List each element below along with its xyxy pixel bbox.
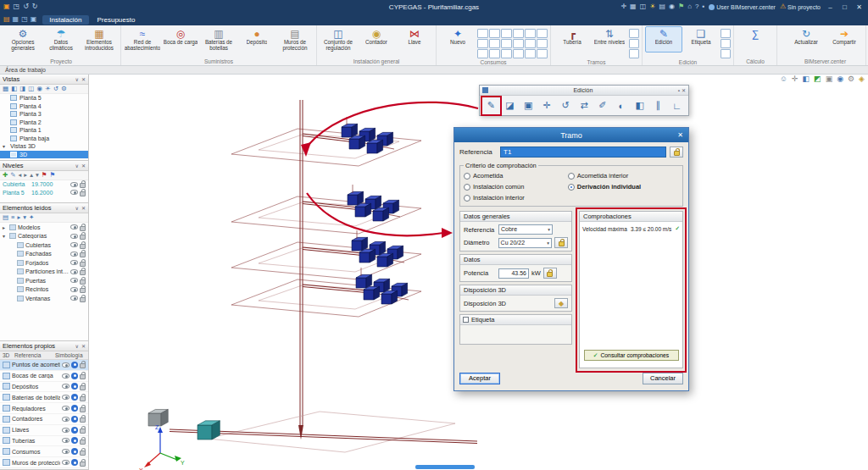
home-icon[interactable]: ⌂ bbox=[687, 3, 692, 10]
tree-item[interactable]: Fachadas bbox=[0, 250, 88, 259]
table-row[interactable]: Puntos de acometida bbox=[0, 360, 88, 371]
close-icon[interactable]: ✕ bbox=[682, 87, 686, 93]
element-3d-icon[interactable] bbox=[3, 383, 10, 390]
ribbon-button[interactable]: ↻Actualizar bbox=[787, 26, 825, 53]
section-icon[interactable]: ◨ bbox=[19, 86, 25, 92]
flag-blue-icon[interactable]: ⚑ bbox=[49, 172, 55, 179]
consumo-type-icon[interactable] bbox=[489, 29, 500, 38]
settings-icon[interactable] bbox=[71, 383, 78, 390]
view-item[interactable]: Planta 2 bbox=[0, 119, 88, 127]
measure-icon[interactable]: ✛ bbox=[792, 75, 798, 83]
visibility-icon[interactable] bbox=[70, 234, 78, 239]
small-tool-icon[interactable] bbox=[629, 49, 639, 58]
settings-icon[interactable] bbox=[71, 362, 78, 368]
rotate-icon[interactable]: ↺ bbox=[53, 86, 58, 92]
lock-icon[interactable] bbox=[80, 374, 86, 379]
visibility-icon[interactable] bbox=[62, 395, 70, 400]
diametro-select[interactable]: Cu 20/22 ▾ bbox=[498, 238, 552, 248]
green-layer-icon[interactable]: ◩ bbox=[814, 75, 821, 83]
view-item-3d[interactable]: 3D bbox=[0, 151, 88, 159]
view-item[interactable]: Planta baja bbox=[0, 135, 88, 143]
settings-icon[interactable] bbox=[71, 394, 78, 401]
workspace-tab[interactable]: Área de trabajo bbox=[0, 66, 868, 75]
element-3d-icon[interactable] bbox=[3, 405, 10, 412]
lock-icon[interactable] bbox=[80, 451, 86, 456]
lock-icon[interactable] bbox=[80, 252, 86, 257]
tree-item[interactable]: ▾ Categorías bbox=[0, 232, 88, 241]
offset-icon[interactable]: ∥ bbox=[649, 97, 667, 114]
table-row[interactable]: Llaves bbox=[0, 425, 88, 436]
element-3d-icon[interactable] bbox=[3, 459, 10, 466]
table-row[interactable]: Baterías de botellas bbox=[0, 392, 88, 403]
user-icon[interactable]: ☺ bbox=[780, 75, 787, 83]
ribbon-button[interactable]: ●Depósito bbox=[238, 26, 275, 53]
tree-item[interactable]: Puertas bbox=[0, 276, 88, 285]
lock-icon[interactable] bbox=[80, 270, 86, 275]
visibility-icon[interactable] bbox=[70, 252, 78, 257]
consumo-type-icon[interactable] bbox=[513, 49, 524, 58]
tree-item[interactable]: Recintos bbox=[0, 285, 88, 295]
consumo-type-icon[interactable] bbox=[537, 29, 548, 38]
settings-icon[interactable] bbox=[71, 448, 78, 455]
element-3d-icon[interactable] bbox=[3, 373, 10, 379]
visibility-icon[interactable] bbox=[62, 373, 70, 379]
tree-item[interactable]: Forjados bbox=[0, 258, 88, 268]
print-icon[interactable]: ▣ bbox=[31, 16, 37, 23]
ribbon-button[interactable]: ▥Baterías de botellas bbox=[200, 26, 237, 53]
menu-tab[interactable]: Instalación bbox=[42, 15, 88, 25]
element-3d-icon[interactable] bbox=[3, 437, 10, 444]
visibility-icon[interactable] bbox=[70, 182, 78, 187]
views-icon[interactable]: ◫ bbox=[640, 3, 647, 10]
visibility-icon[interactable] bbox=[70, 224, 78, 229]
visibility-icon[interactable] bbox=[70, 296, 78, 301]
lock-icon[interactable] bbox=[80, 288, 86, 293]
horizontal-scrollbar[interactable] bbox=[415, 465, 475, 469]
add-icon[interactable]: ✚ bbox=[3, 172, 8, 179]
consumo-type-icon[interactable] bbox=[501, 29, 512, 38]
potencia-input[interactable]: 43.56 bbox=[498, 268, 529, 279]
lock-icon[interactable] bbox=[80, 417, 86, 423]
mirror-icon[interactable]: ◧ bbox=[631, 97, 648, 114]
edit-toolbar-titlebar[interactable]: Edición ▪ ✕ bbox=[480, 86, 688, 96]
settings-icon[interactable] bbox=[71, 427, 78, 434]
ribbon-button[interactable]: ⇅Entre niveles bbox=[591, 26, 628, 53]
consumo-type-icon[interactable] bbox=[489, 49, 500, 58]
lock-icon[interactable] bbox=[80, 183, 86, 188]
tools-icon[interactable]: ⚙ bbox=[848, 75, 854, 83]
lock-icon[interactable] bbox=[80, 191, 86, 196]
cancelar-button[interactable]: Cancelar bbox=[643, 373, 683, 384]
ribbon-button[interactable]: ┏Tubería bbox=[554, 26, 591, 53]
small-tool-icon[interactable] bbox=[721, 39, 731, 48]
visibility-icon[interactable] bbox=[62, 460, 70, 465]
tree-item[interactable]: Cubiertas bbox=[0, 241, 88, 250]
consumo-type-icon[interactable] bbox=[513, 39, 524, 48]
table-row[interactable]: Contadores bbox=[0, 414, 88, 425]
close-icon[interactable]: ✕ bbox=[675, 130, 686, 141]
etiqueta-checkbox-row[interactable]: Etiqueta bbox=[460, 315, 571, 325]
aceptar-button[interactable]: Aceptar bbox=[459, 373, 500, 384]
invert-icon[interactable]: ◐ bbox=[612, 97, 630, 114]
layers-icon[interactable]: ▤ bbox=[659, 3, 665, 10]
tree-icon[interactable]: ≡ bbox=[11, 214, 14, 221]
element-3d-icon[interactable] bbox=[3, 394, 10, 401]
workspace-canvas[interactable]: ZXY ☺✛◧◩▣◉⚙◈ Edición ▪ ✕ ✎◪▣✛↺⇄✐◐◧∥∟ Tra… bbox=[89, 75, 868, 470]
up-icon[interactable]: ▴ bbox=[30, 172, 33, 179]
camera-icon[interactable]: ◉ bbox=[36, 86, 42, 92]
level-row[interactable]: Planta 5 16.2000 bbox=[0, 189, 88, 197]
settings-icon[interactable] bbox=[71, 416, 78, 423]
edit-icon[interactable]: ✎ bbox=[10, 172, 15, 179]
level-row[interactable]: Cubierta 19.7000 bbox=[0, 180, 88, 189]
settings-icon[interactable] bbox=[71, 459, 78, 466]
assign-icon[interactable]: ✐ bbox=[593, 97, 611, 114]
visibility-icon[interactable] bbox=[62, 438, 70, 443]
lock-icon[interactable] bbox=[80, 262, 86, 267]
elevation-icon[interactable]: ◫ bbox=[28, 86, 34, 92]
ribbon-button[interactable]: ✦Nuevo bbox=[439, 26, 476, 53]
lock-icon[interactable] bbox=[80, 279, 86, 285]
small-tool-icon[interactable] bbox=[721, 49, 731, 58]
visibility-icon[interactable] bbox=[62, 384, 70, 389]
element-3d-icon[interactable] bbox=[3, 427, 10, 434]
visibility-icon[interactable] bbox=[70, 269, 78, 274]
small-tool-icon[interactable] bbox=[721, 29, 731, 38]
visibility-icon[interactable] bbox=[62, 449, 70, 454]
